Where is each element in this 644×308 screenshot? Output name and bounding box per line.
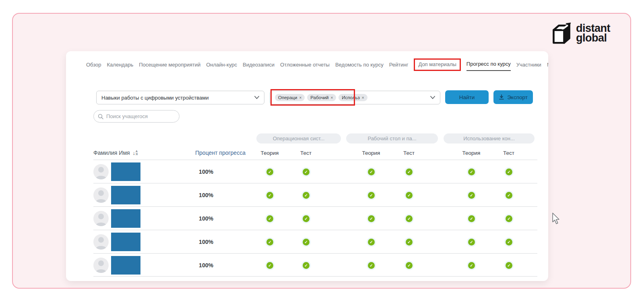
table-row: 100% ✓ ✓ ✓ ✓ ✓ ✓ [93, 183, 537, 206]
course-nav-tabs: Обзор Календарь Посещение мероприятий Он… [86, 58, 548, 71]
app-panel: Обзор Календарь Посещение мероприятий Он… [66, 51, 548, 281]
tab-kalendar[interactable]: Календарь [107, 62, 134, 71]
check-icon: ✓ [303, 192, 310, 199]
course-select[interactable]: Навыки работы с цифровыми устройствами [96, 91, 264, 104]
person-icon [93, 211, 109, 226]
progress-value: 100% [190, 169, 222, 175]
sort-arrow-down-icon: ↓ [133, 150, 136, 156]
avatar [93, 211, 109, 226]
check-icon: ✓ [468, 169, 475, 175]
subheader-theory: Теория [362, 150, 380, 156]
check-icon: ✓ [266, 215, 273, 222]
tag-remove-icon[interactable]: × [330, 96, 333, 100]
check-icon: ✓ [266, 192, 273, 199]
check-icon: ✓ [468, 239, 475, 246]
mouse-cursor-icon [552, 212, 560, 225]
topic-tag[interactable]: Операци × [275, 94, 305, 101]
student-name-redacted [111, 162, 140, 181]
brand-logo: distant global [551, 22, 610, 44]
tab-uchastniki[interactable]: Участники [516, 62, 541, 71]
tab-mentory[interactable]: Менторы [547, 62, 548, 71]
check-icon: ✓ [266, 239, 273, 246]
check-icon: ✓ [303, 262, 310, 269]
download-icon [499, 94, 504, 100]
topic-tag[interactable]: Рабочий × [307, 94, 336, 101]
subheader-test: Тест [503, 150, 514, 156]
tab-vedomost[interactable]: Ведомость по курсу [335, 62, 384, 71]
find-button[interactable]: Найти [445, 90, 489, 104]
export-button[interactable]: Экспорт [493, 90, 533, 104]
tab-online-kurs[interactable]: Онлайн-курс [206, 62, 237, 71]
students-table-body: 100% ✓ ✓ ✓ ✓ ✓ ✓ 100% ✓ ✓ ✓ ✓ [66, 160, 548, 277]
subheader-theory: Теория [261, 150, 279, 156]
tag-remove-icon[interactable]: × [362, 96, 364, 100]
check-icon: ✓ [506, 169, 512, 175]
topics-multiselect[interactable]: Операци × Рабочий × Использ × [270, 91, 440, 104]
topic-tag-label: Операци [278, 95, 297, 100]
topic-tag-label: Рабочий [310, 95, 328, 100]
person-icon [93, 234, 109, 250]
tab-reyting[interactable]: Рейтинг [389, 62, 409, 71]
group-header-operating-system: Операционная сист... [256, 133, 341, 144]
subheader-theory: Теория [462, 150, 481, 156]
name-header-label: Фамилия Имя [93, 150, 130, 156]
check-icon: ✓ [266, 169, 273, 175]
column-header-name: Фамилия Имя ↓ А Я [93, 150, 138, 156]
student-name-redacted [111, 233, 140, 251]
check-icon: ✓ [406, 239, 413, 246]
topic-tag[interactable]: Использ × [339, 94, 367, 101]
check-icon: ✓ [468, 192, 475, 199]
topic-tag-label: Использ [342, 95, 359, 100]
check-icon: ✓ [406, 169, 413, 175]
student-search-input[interactable] [106, 113, 171, 119]
export-button-label: Экспорт [507, 94, 528, 100]
cube-arrow-logo-icon [551, 22, 572, 44]
check-icon: ✓ [266, 262, 273, 269]
chevron-down-icon [254, 96, 259, 99]
check-icon: ✓ [368, 262, 375, 269]
check-icon: ✓ [303, 239, 310, 246]
avatar [93, 164, 109, 179]
tab-videozapisi[interactable]: Видеозаписи [243, 62, 275, 71]
subheader-test: Тест [300, 150, 312, 156]
check-icon: ✓ [406, 262, 413, 269]
table-row: 100% ✓ ✓ ✓ ✓ ✓ ✓ [93, 230, 537, 253]
group-header-desktop: Рабочий стол и па... [346, 133, 438, 144]
column-header-progress: Процент прогресса [195, 150, 246, 156]
student-search[interactable] [93, 110, 180, 123]
check-icon: ✓ [468, 262, 475, 269]
progress-value: 100% [190, 262, 222, 268]
table-row: 100% ✓ ✓ ✓ ✓ ✓ ✓ [93, 253, 537, 277]
tab-otlozhennye-otchety[interactable]: Отложенные отчеты [280, 62, 330, 71]
tab-obzor[interactable]: Обзор [86, 62, 101, 71]
student-name-redacted [111, 256, 140, 275]
progress-value: 100% [190, 215, 222, 222]
person-icon [93, 258, 109, 273]
check-icon: ✓ [368, 192, 375, 199]
check-icon: ✓ [368, 215, 375, 222]
outer-pink-card: distant global Обзор Календарь Посещение… [12, 13, 631, 289]
check-icon: ✓ [506, 215, 512, 222]
check-icon: ✓ [506, 262, 512, 269]
sort-alphabetical-control[interactable]: ↓ А Я [133, 150, 138, 156]
chevron-down-icon [430, 96, 435, 99]
avatar [93, 187, 109, 203]
tag-remove-icon[interactable]: × [299, 96, 301, 100]
check-icon: ✓ [303, 169, 310, 175]
person-icon [93, 164, 109, 179]
progress-value: 100% [190, 192, 222, 198]
tab-dop-materialy-highlighted[interactable]: Доп материалы [414, 58, 460, 71]
student-name-redacted [111, 209, 140, 228]
search-icon [98, 114, 103, 119]
avatar [93, 234, 109, 250]
group-header-usage: Использование кон... [444, 133, 535, 144]
check-icon: ✓ [303, 215, 310, 222]
student-name-redacted [111, 186, 140, 204]
tab-poseshchenie[interactable]: Посещение мероприятий [139, 62, 200, 71]
avatar [93, 258, 109, 273]
brand-name: distant global [576, 23, 610, 43]
tab-progress-po-kursu-active[interactable]: Прогресс по курсу [466, 61, 511, 71]
check-icon: ✓ [506, 192, 512, 199]
check-icon: ✓ [406, 215, 413, 222]
check-icon: ✓ [506, 239, 512, 246]
